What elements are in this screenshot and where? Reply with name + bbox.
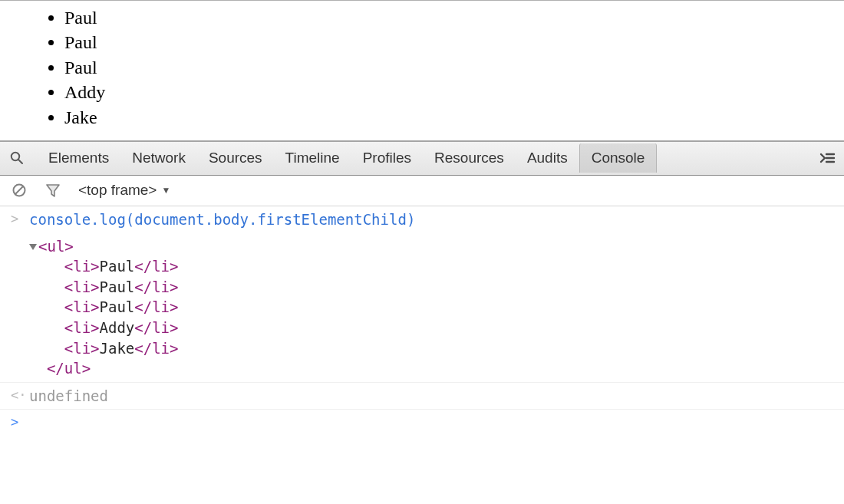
li-close-tag: </li> xyxy=(134,319,178,336)
li-text: Paul xyxy=(100,278,135,295)
return-value: undefined xyxy=(29,386,836,407)
svg-line-1 xyxy=(18,160,22,164)
frame-label: <top frame> xyxy=(78,182,157,199)
console-input-row: > console.log(document.body.firstElement… xyxy=(0,206,844,233)
list-item: Paul xyxy=(64,5,844,30)
list-item: Jake xyxy=(64,105,844,130)
li-open-tag: <li> xyxy=(64,278,100,295)
chevron-down-icon: ▼ xyxy=(161,185,170,196)
devtools-panel: Elements Network Sources Timeline Profil… xyxy=(0,142,844,434)
toggle-drawer-icon[interactable] xyxy=(818,149,836,167)
search-icon[interactable] xyxy=(8,149,26,167)
li-open-tag: <li> xyxy=(64,340,100,357)
console-return-row: <· undefined xyxy=(0,383,844,410)
element-tree[interactable]: <ul> <li>Paul</li> <li>Paul</li> <li>Pau… xyxy=(29,236,836,379)
clear-console-icon[interactable] xyxy=(11,182,28,199)
li-open-tag: <li> xyxy=(64,319,100,336)
console-command-text: console.log(document.body.firstElementCh… xyxy=(29,209,836,230)
tab-timeline[interactable]: Timeline xyxy=(274,143,351,173)
svg-line-6 xyxy=(15,186,23,194)
tab-console[interactable]: Console xyxy=(579,143,658,173)
page-list: Paul Paul Paul Addy Jake xyxy=(0,5,844,130)
tab-network[interactable]: Network xyxy=(120,143,197,173)
li-close-tag: </li> xyxy=(134,278,178,295)
li-open-tag: <li> xyxy=(64,298,100,315)
list-item: Paul xyxy=(64,30,844,54)
input-marker-icon: > xyxy=(11,209,29,228)
ul-open-tag: <ul> xyxy=(38,238,74,255)
filter-icon[interactable] xyxy=(45,182,61,199)
tab-elements[interactable]: Elements xyxy=(37,143,120,173)
output-marker-icon: <· xyxy=(11,386,29,404)
li-text: Addy xyxy=(100,319,135,336)
li-open-tag: <li> xyxy=(64,258,100,275)
li-text: Jake xyxy=(100,340,135,357)
li-close-tag: </li> xyxy=(134,298,178,315)
svg-marker-7 xyxy=(47,185,59,196)
disclosure-triangle-icon[interactable] xyxy=(29,244,37,250)
li-text: Paul xyxy=(100,258,135,275)
list-item: Paul xyxy=(64,55,844,80)
console-toolbar: <top frame> ▼ xyxy=(0,176,844,206)
tab-audits[interactable]: Audits xyxy=(516,143,579,173)
console-output-row[interactable]: <ul> <li>Paul</li> <li>Paul</li> <li>Pau… xyxy=(0,233,844,383)
console-body: > console.log(document.body.firstElement… xyxy=(0,206,844,434)
ul-close-tag: </ul> xyxy=(47,360,91,377)
li-close-tag: </li> xyxy=(134,258,178,275)
tab-sources[interactable]: Sources xyxy=(197,143,274,173)
li-close-tag: </li> xyxy=(134,340,178,357)
tab-profiles[interactable]: Profiles xyxy=(351,143,423,173)
console-prompt-row[interactable]: > xyxy=(0,410,844,434)
devtools-tabs: Elements Network Sources Timeline Profil… xyxy=(37,143,818,173)
devtools-tabbar: Elements Network Sources Timeline Profil… xyxy=(0,142,844,176)
tab-resources[interactable]: Resources xyxy=(423,143,516,173)
page-content-pane: Paul Paul Paul Addy Jake xyxy=(0,0,844,142)
execution-context-select[interactable]: <top frame> ▼ xyxy=(78,182,170,199)
list-item: Addy xyxy=(64,80,844,104)
li-text: Paul xyxy=(100,298,135,315)
prompt-marker-icon: > xyxy=(11,413,29,431)
